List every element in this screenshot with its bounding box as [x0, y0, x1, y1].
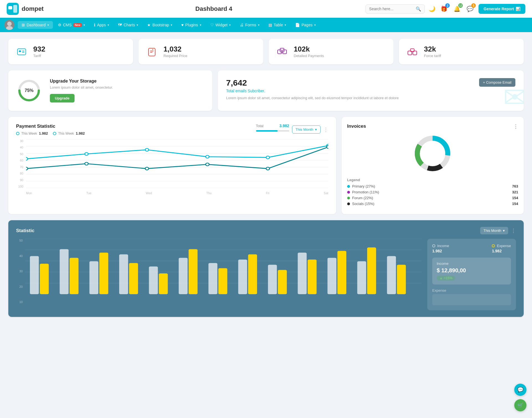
svg-rect-50 — [30, 256, 39, 294]
bar-chart-wrapper: 10 20 30 40 50 — [16, 239, 422, 310]
svg-point-36 — [145, 167, 149, 170]
up-arrow-icon: ▲ — [439, 276, 443, 280]
total-row: Total 3.982 — [256, 124, 289, 128]
income-detail-label: Income — [437, 261, 507, 266]
week-label-1-text: This Week — [21, 132, 37, 135]
force-value: 32k — [424, 45, 441, 53]
statistic-card: Statistic This Month ▾ ⋮ 10 20 30 40 50 — [8, 220, 524, 317]
invoices-donut-svg — [413, 134, 452, 173]
nav-item-bootstrap[interactable]: ★ Bootstrap ▾ — [143, 21, 176, 29]
svg-rect-68 — [298, 253, 307, 294]
force-icon — [406, 45, 419, 58]
payment-more-btn[interactable]: ⋮ — [323, 127, 328, 133]
cart-widget-button[interactable]: 🛒 — [514, 399, 526, 411]
svg-rect-5 — [17, 49, 26, 55]
gift-btn[interactable]: 🎁 2 — [439, 4, 449, 13]
nav-item-pages[interactable]: 📄 Pages ▾ — [291, 21, 320, 29]
force-info: 32k Force tariff — [424, 45, 441, 58]
storage-percent: 75% — [25, 88, 34, 93]
search-icon: 🔍 — [416, 6, 421, 12]
nav-item-table[interactable]: ▤ Table ▾ — [265, 21, 290, 29]
expense-placeholder: Expense — [432, 288, 511, 305]
nav-item-dashboard[interactable]: ⊞ Dashboard ▾ — [18, 21, 53, 29]
payment-totals: Total 3.982 — [256, 124, 289, 135]
nav-item-charts[interactable]: 🗺 Charts ▾ — [114, 21, 142, 29]
statistic-chevron: ▾ — [503, 229, 505, 233]
this-month-button[interactable]: This Month ▾ — [292, 125, 321, 134]
payments-info: 102k Detalled Payments — [294, 45, 324, 58]
email-info: 7,642 Total emails Subcriber. Lorem ipsu… — [226, 78, 399, 100]
svg-point-28 — [26, 157, 28, 160]
svg-rect-58 — [149, 266, 158, 294]
svg-rect-69 — [308, 260, 316, 294]
nav-item-cms[interactable]: ⚙ CMS New ▾ — [54, 21, 89, 29]
nav-item-forms[interactable]: 🖨 Forms ▾ — [236, 21, 264, 29]
svg-rect-6 — [19, 50, 21, 52]
storage-title: Upgrade Your Storage — [50, 79, 113, 84]
invoices-title-text: Invoices — [347, 124, 366, 130]
svg-rect-52 — [60, 249, 68, 294]
nav-label-charts: Charts — [124, 23, 135, 27]
bell-btn[interactable]: 🔔 12 — [452, 4, 462, 13]
svg-rect-74 — [387, 256, 396, 294]
search-input[interactable] — [369, 7, 413, 11]
svg-rect-72 — [357, 261, 366, 294]
charts-row: Payment Statistic This Week 1.982 This W… — [8, 117, 524, 214]
dashboard-chevron: ▾ — [47, 23, 49, 27]
cart-widget-icon: 🛒 — [517, 402, 523, 408]
bar-chart-yaxis: 10 20 30 40 50 — [16, 239, 24, 304]
svg-rect-64 — [238, 260, 247, 294]
invoices-card: Invoices ⋮ Legend — [342, 117, 524, 214]
y-axis: 100 90 80 70 60 50 40 30 — [16, 139, 25, 188]
svg-rect-66 — [268, 265, 277, 294]
generate-report-button[interactable]: Generate Report 📊 — [479, 4, 525, 14]
invoices-title: Invoices ⋮ — [347, 124, 518, 130]
chat-widget-button[interactable]: 💬 — [514, 384, 526, 396]
gift-badge: 2 — [445, 3, 450, 8]
nav-label-forms: Forms — [245, 23, 256, 27]
expense-dot — [492, 244, 495, 247]
widget-icon: ♡ — [210, 23, 214, 27]
legend-dot-promotion — [347, 191, 350, 194]
nav-item-widget[interactable]: ♡ Widget ▾ — [206, 21, 235, 29]
expense-item: Expense 1.982 — [492, 244, 511, 253]
income-detail-box: Income $ 12,890,00 ▲ +15% — [432, 258, 511, 284]
apps-icon: ℹ — [94, 23, 95, 27]
invoices-more-btn[interactable]: ⋮ — [513, 124, 518, 130]
legend-val-primary: 763 — [512, 184, 518, 188]
invoices-donut-container — [347, 134, 518, 173]
income-dot — [432, 244, 435, 247]
dropdown-chevron: ▾ — [315, 127, 317, 132]
upgrade-button[interactable]: Upgrade — [50, 94, 75, 102]
stat-card-force: 32k Force tariff — [399, 39, 524, 64]
tariff-label: Tariff — [33, 54, 45, 58]
svg-point-35 — [85, 162, 88, 165]
svg-rect-71 — [337, 251, 346, 294]
nav-item-apps[interactable]: ℹ Apps ▾ — [90, 21, 113, 29]
nav-item-plugins[interactable]: ♥ Plugins ▾ — [177, 21, 205, 29]
x-axis: Mon Tue Wed Thu Fri Sat — [26, 191, 328, 195]
pages-chevron: ▾ — [314, 23, 316, 27]
statistic-this-month-button[interactable]: This Month ▾ — [480, 227, 508, 234]
week-dot-2 — [53, 132, 56, 135]
storage-card: 75% Upgrade Your Storage Lorem ipsum dol… — [8, 70, 212, 111]
week-value-1: 1.982 — [39, 131, 48, 135]
svg-rect-62 — [208, 263, 217, 294]
navbar: ⊞ Dashboard ▾ ⚙ CMS New ▾ ℹ Apps ▾ 🗺 Cha… — [0, 18, 532, 32]
svg-point-38 — [266, 167, 269, 170]
svg-rect-70 — [328, 258, 336, 294]
this-month-label: This Month — [296, 127, 313, 132]
nav-label-table: Table — [274, 23, 283, 27]
bell-badge: 12 — [458, 3, 463, 8]
legend-section: Legend Primary (27%) 763 Promotion (11%)… — [347, 178, 518, 206]
tariff-icon — [15, 45, 28, 58]
total-value: 3.982 — [279, 124, 289, 128]
chat-btn[interactable]: 💬 5 — [466, 4, 475, 13]
moon-icon[interactable]: 🌙 — [429, 6, 436, 12]
svg-rect-60 — [179, 258, 188, 294]
svg-rect-63 — [218, 268, 227, 294]
storage-info: Upgrade Your Storage Lorem ipsum dolor s… — [50, 79, 113, 102]
email-bg-icon: ✉ — [503, 81, 524, 111]
tariff-info: 932 Tariff — [33, 45, 45, 58]
statistic-more-btn[interactable]: ⋮ — [511, 228, 516, 234]
